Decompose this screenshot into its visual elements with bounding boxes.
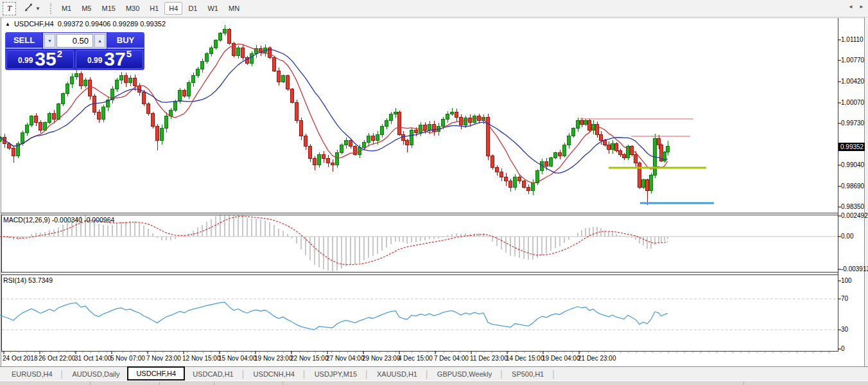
toolbar-grip[interactable] bbox=[50, 3, 52, 14]
symbol-tab-usdchf[interactable]: USDCHF,H4 bbox=[127, 366, 185, 381]
time-axis-label: 7 Dec 04:00 bbox=[434, 355, 469, 362]
symbol-tab-audusd[interactable]: AUDUSD,Daily bbox=[64, 367, 127, 381]
timeframe-button-d1[interactable]: D1 bbox=[184, 2, 202, 15]
symbol-tab-eurusd[interactable]: EURUSD,H4 bbox=[4, 367, 60, 381]
symbol-tab-gbpusd[interactable]: GBPUSD,Weekly bbox=[430, 367, 499, 381]
chart-title: ▲USDCHF,H4 0.99372 0.99406 0.99289 0.993… bbox=[5, 20, 166, 28]
symbol-tab-usdjpy[interactable]: USDJPY,M15 bbox=[307, 367, 365, 381]
time-axis-label: 22 Nov 15:00 bbox=[290, 355, 329, 362]
symbol-tab-sp500[interactable]: SP500,H1 bbox=[504, 367, 551, 381]
buy-price-prefix: 0.99 bbox=[87, 56, 102, 65]
macd-axis-label: 0.002492 bbox=[841, 213, 867, 219]
time-axis-label: 26 Oct 22:00 bbox=[39, 355, 75, 362]
time-axis-label: 7 Nov 23:00 bbox=[146, 355, 181, 362]
chevron-down-icon: ▼ bbox=[35, 6, 40, 12]
price-axis-label: 1.00420 bbox=[841, 78, 867, 85]
rsi-axis-label: 30 bbox=[841, 327, 867, 333]
price-axis-label: 0.99730 bbox=[841, 120, 867, 127]
price-axis-label: 0.98350 bbox=[841, 204, 867, 210]
sell-button[interactable]: SELL bbox=[6, 33, 42, 49]
text-tool-button[interactable]: T bbox=[3, 2, 16, 15]
time-axis-label: 27 Nov 04:00 bbox=[326, 355, 365, 362]
timeframe-button-m15[interactable]: M15 bbox=[97, 2, 119, 15]
symbol-tab-xauusd[interactable]: XAUUSD,H1 bbox=[369, 367, 425, 381]
symbol-tab-usdcnh[interactable]: USDCNH,H4 bbox=[246, 367, 302, 381]
sell-price-display[interactable]: 0.99 35 2 bbox=[6, 50, 74, 69]
buy-price-sup: 5 bbox=[126, 48, 132, 59]
timeframe-button-m1[interactable]: M1 bbox=[57, 2, 76, 15]
status-bar bbox=[0, 381, 868, 385]
chart-ohlc-values: 0.99372 0.99406 0.99289 0.99352 bbox=[58, 20, 166, 28]
status-separator bbox=[90, 382, 91, 385]
sell-price-prefix: 0.99 bbox=[18, 56, 33, 65]
macd-axis-label: 0.00 bbox=[841, 233, 867, 240]
current-price-tag: 0.99352 bbox=[838, 143, 865, 151]
tab-separator: │ bbox=[241, 367, 246, 381]
timeframe-button-m5[interactable]: M5 bbox=[77, 2, 96, 15]
tab-separator: │ bbox=[499, 367, 504, 381]
time-axis-label: 19 Dec 04:00 bbox=[542, 355, 580, 362]
time-axis-label: 15 Nov 04:00 bbox=[218, 355, 257, 362]
tab-separator: │ bbox=[365, 367, 369, 381]
time-axis-label: 11 Dec 23:00 bbox=[470, 355, 508, 362]
timeframe-button-group: M1M5M15M30H1H4D1W1MN bbox=[56, 2, 245, 15]
status-separator bbox=[159, 382, 160, 385]
time-axis-label: 19 Nov 23:00 bbox=[254, 355, 293, 362]
mt4-terminal: T ▼ M1M5M15M30H1H4D1W1MN ▲USDCHF,H4 0.99… bbox=[0, 0, 868, 385]
timeframe-button-w1[interactable]: W1 bbox=[203, 2, 223, 15]
volume-decrease-button[interactable]: ▼ bbox=[44, 34, 55, 48]
timeframe-button-h4[interactable]: H4 bbox=[164, 2, 182, 15]
buy-button[interactable]: BUY bbox=[107, 33, 144, 49]
time-axis-label: 24 Oct 2018 bbox=[3, 355, 37, 362]
symbol-tab-usdcad[interactable]: USDCAD,H1 bbox=[185, 367, 241, 381]
rsi-axis-label: 70 bbox=[841, 296, 867, 302]
tab-separator: │ bbox=[425, 367, 430, 381]
price-axis-label: 1.00070 bbox=[841, 100, 867, 106]
status-separator bbox=[743, 382, 744, 385]
status-separator bbox=[282, 382, 283, 385]
time-axis-label: 31 Oct 14:00 bbox=[74, 355, 111, 362]
macd-label: MACD(12,26,9) -0.000340 -0.000964 bbox=[3, 216, 114, 224]
timeframe-button-h1[interactable]: H1 bbox=[145, 2, 163, 15]
rsi-axis-label: 0 bbox=[841, 346, 867, 352]
collapse-icon[interactable]: ▲ bbox=[5, 21, 10, 27]
timeframe-button-mn[interactable]: MN bbox=[224, 2, 244, 15]
toolbar: T ▼ M1M5M15M30H1H4D1W1MN bbox=[0, 0, 868, 17]
time-axis-label: 4 Dec 15:00 bbox=[398, 355, 433, 362]
price-axis-label: 0.98690 bbox=[841, 183, 867, 190]
volume-input[interactable] bbox=[56, 34, 93, 48]
tab-scroll-right-icon[interactable]: ► bbox=[859, 4, 864, 10]
buy-price-big: 37 bbox=[104, 51, 125, 67]
buy-price-display[interactable]: 0.99 37 5 bbox=[76, 50, 143, 69]
timeframe-button-m30[interactable]: M30 bbox=[121, 2, 144, 15]
arrows-icon bbox=[24, 3, 33, 15]
status-separator bbox=[214, 382, 214, 385]
volume-stepper: ▼ ▲ bbox=[43, 33, 107, 49]
macd-axis-label: -0.003913 bbox=[841, 266, 867, 273]
time-axis-label: 29 Nov 23:00 bbox=[362, 355, 401, 362]
time-axis-label: 12 Nov 15:00 bbox=[182, 355, 221, 362]
tab-scroll-left-icon[interactable]: ◄ bbox=[848, 4, 853, 10]
symbol-tab-bar: EURUSD,H4│AUDUSD,DailyUSDCHF,H4USDCAD,H1… bbox=[0, 366, 868, 381]
price-axis-label: 0.99040 bbox=[841, 162, 867, 168]
sell-price-big: 35 bbox=[35, 51, 56, 67]
arrows-tool-button[interactable]: ▼ bbox=[20, 2, 44, 15]
tab-separator: │ bbox=[551, 367, 556, 381]
sell-price-sup: 2 bbox=[57, 48, 62, 59]
time-axis-label: 5 Nov 07:00 bbox=[110, 355, 145, 362]
price-axis-label: 1.01110 bbox=[841, 37, 867, 43]
tab-separator: │ bbox=[60, 367, 65, 381]
rsi-axis-label: 100 bbox=[841, 278, 867, 284]
price-axis-label: 1.00770 bbox=[841, 57, 867, 64]
one-click-trading-panel: SELL ▼ ▲ BUY 0.99 35 2 0.99 37 5 bbox=[5, 32, 144, 70]
tab-separator: │ bbox=[302, 367, 307, 381]
rsi-label: RSI(14) 53.7349 bbox=[3, 276, 53, 284]
volume-increase-button[interactable]: ▲ bbox=[94, 34, 105, 48]
time-axis-label: 14 Dec 15:00 bbox=[506, 355, 544, 362]
chart-symbol-label: USDCHF,H4 bbox=[14, 20, 54, 28]
time-axis-label: 21 Dec 23:00 bbox=[578, 355, 616, 362]
